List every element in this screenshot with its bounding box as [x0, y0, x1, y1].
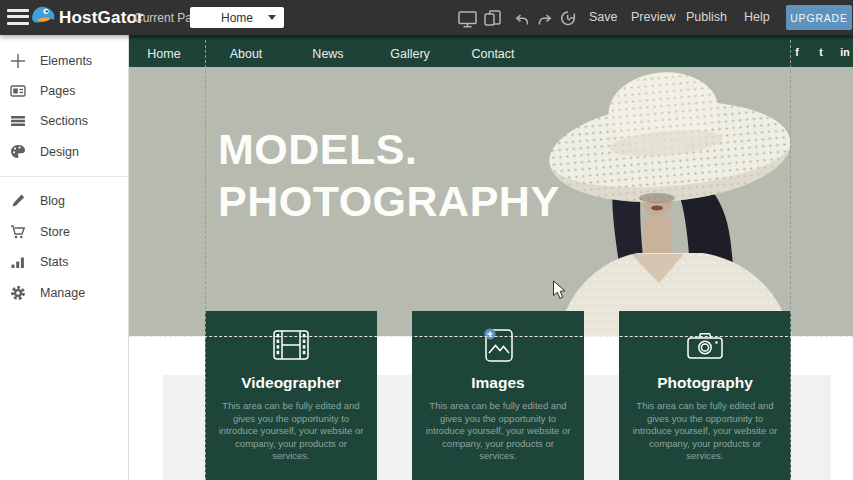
hostgator-logo: HostGator [30, 4, 144, 31]
page-select-value: Home [221, 11, 253, 25]
card-title: Videographer [241, 374, 341, 392]
sidebar-item-label: Design [40, 145, 79, 159]
responsive-preview-icon[interactable] [484, 10, 501, 30]
card-body: This area can be fully edited and gives … [423, 400, 573, 463]
hero-title-line2: PHOTOGRAPHY [218, 175, 560, 227]
sidebar-item-store[interactable]: Store [10, 222, 122, 242]
sidebar-item-design[interactable]: Design [10, 142, 122, 162]
pages-icon [10, 83, 27, 100]
card-body: This area can be fully edited and gives … [216, 400, 366, 463]
hero-title[interactable]: MODELS. PHOTOGRAPHY [218, 123, 560, 227]
hero-section[interactable]: MODELS. PHOTOGRAPHY [129, 67, 853, 336]
twitter-icon[interactable]: t [812, 46, 830, 58]
card-title: Photography [657, 374, 753, 392]
cart-icon [10, 224, 27, 241]
stats-icon [10, 254, 27, 271]
sidebar-item-pages[interactable]: Pages [10, 81, 122, 101]
card-body: This area can be fully edited and gives … [630, 400, 780, 463]
app-window: HostGator Current Page: Home [0, 0, 853, 480]
linkedin-icon[interactable]: in [836, 46, 853, 58]
site-nav-home[interactable]: Home [134, 47, 194, 61]
film-icon [273, 327, 309, 363]
sidebar-item-label: Elements [40, 54, 92, 68]
sidebar-item-stats[interactable]: Stats [10, 252, 122, 272]
publish-button[interactable]: Publish [686, 10, 727, 24]
page-select[interactable]: Home [190, 7, 284, 28]
sidebar-item-label: Stats [40, 255, 69, 269]
builder-guide-hero-bottom [129, 336, 853, 337]
site-navbar: Home About News Gallery Contact f t in [129, 35, 853, 67]
history-icon[interactable] [559, 10, 576, 31]
site-nav-gallery[interactable]: Gallery [380, 47, 440, 61]
top-toolbar: HostGator Current Page: Home [0, 0, 853, 35]
palette-icon [10, 144, 27, 161]
builder-guide-right [790, 40, 791, 480]
preview-button[interactable]: Preview [631, 10, 675, 24]
builder-sidebar: Elements Pages Sections Design [0, 35, 129, 480]
upgrade-button[interactable]: UPGRADE [786, 5, 852, 30]
sidebar-item-label: Pages [40, 84, 75, 98]
sidebar-item-label: Sections [40, 114, 88, 128]
sections-icon [10, 113, 27, 130]
desktop-preview-icon[interactable] [458, 11, 477, 32]
sidebar-item-label: Blog [40, 194, 65, 208]
sidebar-item-blog[interactable]: Blog [10, 191, 122, 211]
save-button[interactable]: Save [589, 10, 618, 24]
sidebar-item-label: Manage [40, 286, 85, 300]
sidebar-item-manage[interactable]: Manage [10, 283, 122, 303]
hero-title-line1: MODELS. [218, 123, 560, 175]
redo-icon[interactable] [538, 12, 553, 30]
undo-icon[interactable] [514, 12, 529, 30]
hero-model-photo [543, 67, 853, 336]
site-canvas: Home About News Gallery Contact f t in [129, 35, 853, 480]
sidebar-item-label: Store [40, 225, 70, 239]
site-nav-news[interactable]: News [298, 47, 358, 61]
pencil-icon [10, 193, 27, 210]
mouse-cursor [552, 280, 566, 300]
site-nav-contact[interactable]: Contact [463, 47, 523, 61]
site-nav-about[interactable]: About [216, 47, 276, 61]
sidebar-divider [0, 176, 128, 177]
image-plus-icon [482, 327, 514, 363]
brand-name: HostGator [59, 8, 144, 28]
builder-guide-left [205, 40, 206, 480]
plus-icon [10, 53, 27, 70]
card-title: Images [471, 374, 524, 392]
gear-icon [10, 285, 27, 302]
menu-icon[interactable] [7, 9, 29, 25]
camera-icon [687, 327, 723, 363]
chevron-down-icon [268, 15, 276, 20]
help-button[interactable]: Help [744, 10, 770, 24]
gator-mascot-icon [30, 3, 56, 33]
sidebar-item-sections[interactable]: Sections [10, 111, 122, 131]
sidebar-item-elements[interactable]: Elements [10, 51, 122, 71]
